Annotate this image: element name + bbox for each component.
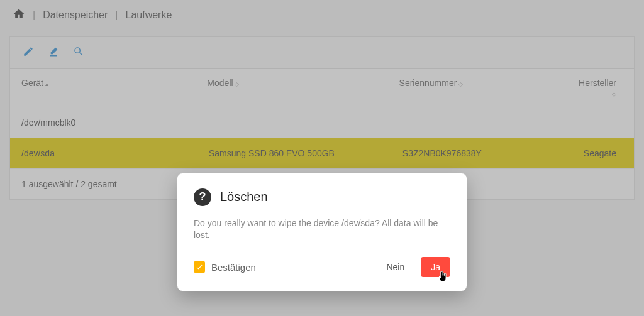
checkbox-checked-icon[interactable] (194, 261, 205, 273)
confirm-checkbox-wrap[interactable]: Bestätigen (194, 261, 376, 273)
confirm-dialog: ? Löschen Do you really want to wipe the… (177, 173, 467, 291)
modal-overlay: ? Löschen Do you really want to wipe the… (0, 0, 644, 316)
confirm-label: Bestätigen (211, 262, 256, 273)
dialog-message: Do you really want to wipe the device /d… (194, 217, 450, 242)
no-button[interactable]: Nein (376, 257, 414, 277)
question-icon: ? (194, 188, 211, 206)
cursor-hand-icon (436, 271, 449, 286)
dialog-title: Löschen (220, 190, 268, 204)
